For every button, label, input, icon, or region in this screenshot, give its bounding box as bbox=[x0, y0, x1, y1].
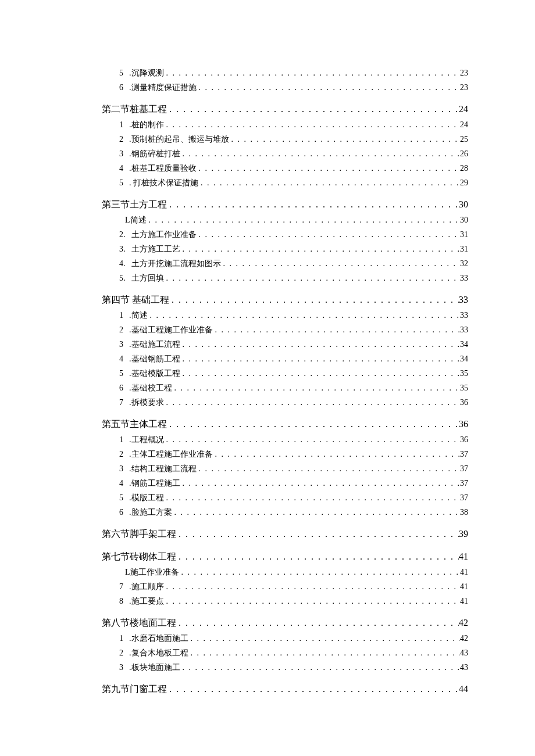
toc-entry-label: 第六节脚手架工程 bbox=[102, 528, 176, 540]
toc-section-row: 第六节脚手架工程39 bbox=[67, 528, 468, 540]
toc-sub-row: 2.主体工程施工作业准备37 bbox=[67, 449, 468, 460]
toc-leader-dots bbox=[167, 684, 459, 694]
toc-entry-number: 1 bbox=[119, 435, 129, 445]
toc-leader-dots bbox=[148, 311, 461, 320]
toc-entry-label: .桩的制作 bbox=[129, 120, 164, 130]
toc-leader-dots bbox=[180, 663, 461, 672]
toc-sub-row: 5. 土方回填33 bbox=[67, 273, 468, 284]
toc-leader-dots bbox=[198, 178, 460, 188]
toc-entry-label: L简述 bbox=[125, 215, 147, 225]
toc-leader-dots bbox=[176, 529, 459, 539]
toc-entry-page: 23 bbox=[460, 69, 468, 78]
toc-entry-number: 5 bbox=[119, 493, 129, 503]
toc-leader-dots bbox=[197, 83, 461, 92]
toc-entry-page: 39 bbox=[459, 529, 468, 539]
toc-entry-page: 44 bbox=[459, 684, 468, 694]
toc-entry-label: L施工作业准备 bbox=[125, 567, 179, 578]
toc-leader-dots bbox=[197, 164, 461, 173]
toc-entry-page: 43 bbox=[460, 663, 468, 672]
toc-entry-number: 6 bbox=[119, 508, 129, 517]
toc-leader-dots bbox=[176, 551, 459, 562]
toc-entry-number: 3 bbox=[119, 464, 129, 474]
toc-entry-label: .结构工程施工流程 bbox=[129, 464, 197, 474]
toc-entry-number: 7 bbox=[119, 398, 129, 407]
toc-leader-dots bbox=[167, 199, 459, 210]
toc-entry-number: 5 bbox=[119, 369, 129, 378]
toc-leader-dots bbox=[176, 618, 459, 628]
toc-leader-dots bbox=[164, 120, 461, 130]
toc-entry-label: 土方回填 bbox=[131, 273, 164, 284]
toc-sub-row: 2.复合木地板工程43 bbox=[67, 648, 468, 658]
toc-entry-label: .测量精度保证措施 bbox=[129, 83, 197, 93]
toc-entry-page: 29 bbox=[460, 178, 468, 188]
toc-entry-page: 31 bbox=[460, 230, 468, 239]
toc-sub-row: L简述30 bbox=[67, 215, 468, 225]
toc-sub-row: 3.钢筋碎桩打桩26 bbox=[67, 149, 468, 159]
toc-entry-number: 5. bbox=[119, 274, 131, 283]
toc-entry-label: .简述 bbox=[129, 310, 148, 321]
toc-entry-page: 36 bbox=[460, 398, 468, 407]
toc-sub-row: 4.钢筋工程施工37 bbox=[67, 478, 468, 489]
toc-entry-page: 33 bbox=[460, 311, 468, 320]
toc-entry-page: 35 bbox=[460, 369, 468, 378]
toc-sub-row: 3.结构工程施工流程37 bbox=[67, 464, 468, 474]
toc-entry-label: .钢筋工程施工 bbox=[129, 478, 180, 489]
toc-entry-number: 4 bbox=[119, 479, 129, 488]
toc-entry-number: 3 bbox=[119, 663, 129, 672]
toc-leader-dots bbox=[180, 369, 461, 378]
toc-section-row: 第三节土方工程30 bbox=[67, 199, 468, 211]
toc-leader-dots bbox=[188, 634, 461, 643]
toc-leader-dots bbox=[172, 384, 461, 393]
toc-leader-dots bbox=[164, 69, 461, 78]
toc-leader-dots bbox=[164, 493, 461, 503]
toc-sub-row: 2.基础工程施工作业准备33 bbox=[67, 325, 468, 335]
toc-entry-number: 2 bbox=[119, 325, 129, 335]
toc-entry-page: 31 bbox=[460, 245, 468, 254]
toc-entry-page: 37 bbox=[460, 464, 468, 474]
toc-entry-number: 2. bbox=[119, 230, 131, 239]
toc-entry-label: .钢筋碎桩打桩 bbox=[129, 149, 180, 159]
toc-entry-label: 第四节 基础工程 bbox=[102, 294, 169, 306]
toc-entry-label: 土方开挖施工流程如图示 bbox=[131, 259, 221, 269]
toc-leader-dots bbox=[167, 419, 459, 429]
toc-leader-dots bbox=[188, 648, 461, 658]
toc-leader-dots bbox=[164, 582, 461, 592]
toc-leader-dots bbox=[169, 295, 459, 305]
toc-entry-page: 36 bbox=[459, 419, 468, 429]
toc-sub-row: 4.基础钢筋工程34 bbox=[67, 354, 468, 364]
toc-entry-page: 33 bbox=[460, 274, 468, 283]
toc-entry-page: 30 bbox=[459, 199, 468, 210]
toc-entry-page: 37 bbox=[460, 479, 468, 488]
toc-entry-label: .拆模要求 bbox=[129, 397, 164, 408]
toc-entry-label: .基础钢筋工程 bbox=[129, 354, 180, 364]
toc-entry-number: 4 bbox=[119, 354, 129, 364]
table-of-contents: 5.沉降观测236.测量精度保证措施23第二节桩基工程241.桩的制作242.预… bbox=[67, 68, 468, 696]
toc-entry-page: 24 bbox=[460, 120, 468, 130]
toc-sub-row: 1.工程概况36 bbox=[67, 435, 468, 445]
toc-entry-label: .施工要点 bbox=[129, 596, 164, 607]
toc-entry-number: 3. bbox=[119, 245, 131, 254]
toc-entry-number: 4. bbox=[119, 259, 131, 268]
toc-entry-page: 36 bbox=[460, 435, 468, 445]
toc-entry-page: 28 bbox=[460, 164, 468, 173]
toc-entry-label: .工程概况 bbox=[129, 435, 164, 445]
toc-entry-label: .基础校工程 bbox=[129, 383, 172, 393]
toc-entry-number: 2 bbox=[119, 450, 129, 459]
toc-sub-row: 7.施工顺序41 bbox=[67, 582, 468, 592]
toc-sub-row: 2. 土方施工作业准备31 bbox=[67, 230, 468, 240]
toc-entry-number: 1 bbox=[119, 120, 129, 130]
toc-entry-label: 第八节楼地面工程 bbox=[102, 617, 176, 629]
toc-leader-dots bbox=[164, 274, 461, 283]
toc-entry-label: .板块地面施工 bbox=[129, 662, 180, 673]
toc-sub-row: 8.施工要点41 bbox=[67, 596, 468, 607]
toc-leader-dots bbox=[164, 597, 461, 606]
toc-leader-dots bbox=[164, 435, 461, 445]
toc-sub-row: 1.水磨石地面施工42 bbox=[67, 633, 468, 644]
toc-entry-number: 3 bbox=[119, 149, 129, 159]
toc-entry-number: 2 bbox=[119, 648, 129, 658]
toc-leader-dots bbox=[179, 568, 460, 577]
toc-entry-label: .模版工程 bbox=[129, 493, 164, 503]
toc-leader-dots bbox=[213, 450, 461, 459]
toc-sub-row: 7.拆模要求36 bbox=[67, 397, 468, 408]
toc-entry-page: 41 bbox=[460, 568, 468, 577]
